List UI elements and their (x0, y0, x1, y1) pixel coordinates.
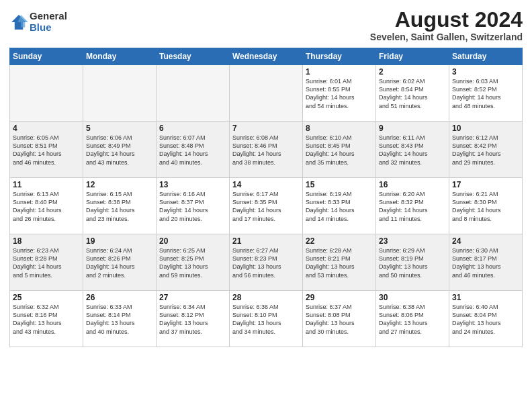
day-info: Sunrise: 6:37 AM Sunset: 8:08 PM Dayligh… (306, 303, 373, 336)
day-number: 12 (86, 180, 153, 189)
day-number: 30 (379, 293, 446, 302)
day-number: 26 (86, 293, 153, 302)
table-row: 15Sunrise: 6:19 AM Sunset: 8:33 PM Dayli… (303, 178, 376, 234)
day-number: 1 (306, 67, 373, 77)
table-row: 17Sunrise: 6:21 AM Sunset: 8:30 PM Dayli… (449, 178, 523, 234)
table-row: 16Sunrise: 6:20 AM Sunset: 8:32 PM Dayli… (376, 178, 449, 234)
day-number: 20 (159, 236, 226, 246)
day-number: 16 (379, 180, 446, 189)
table-row: 30Sunrise: 6:38 AM Sunset: 8:06 PM Dayli… (376, 291, 449, 347)
day-info: Sunrise: 6:11 AM Sunset: 8:43 PM Dayligh… (379, 134, 446, 167)
day-info: Sunrise: 6:12 AM Sunset: 8:42 PM Dayligh… (452, 134, 519, 167)
day-info: Sunrise: 6:01 AM Sunset: 8:55 PM Dayligh… (306, 77, 373, 110)
logo-icon (9, 13, 28, 32)
col-sunday: Sunday (10, 48, 83, 65)
day-info: Sunrise: 6:17 AM Sunset: 8:35 PM Dayligh… (232, 190, 300, 223)
day-number: 22 (306, 236, 373, 246)
table-row: 25Sunrise: 6:32 AM Sunset: 8:16 PM Dayli… (10, 291, 83, 347)
table-row: 1Sunrise: 6:01 AM Sunset: 8:55 PM Daylig… (303, 65, 376, 122)
day-number: 17 (452, 180, 519, 189)
col-wednesday: Wednesday (230, 48, 303, 65)
table-row: 22Sunrise: 6:28 AM Sunset: 8:21 PM Dayli… (303, 234, 376, 291)
day-number: 5 (86, 124, 153, 133)
day-number: 4 (13, 124, 80, 133)
calendar-week-row: 1Sunrise: 6:01 AM Sunset: 8:55 PM Daylig… (10, 65, 523, 122)
day-number: 13 (159, 180, 226, 189)
day-number: 14 (232, 180, 300, 189)
day-info: Sunrise: 6:02 AM Sunset: 8:54 PM Dayligh… (379, 77, 446, 110)
header: General Blue August 2024 Sevelen, Saint … (9, 8, 523, 42)
day-number: 8 (306, 124, 373, 133)
day-number: 23 (379, 236, 446, 246)
day-info: Sunrise: 6:38 AM Sunset: 8:06 PM Dayligh… (379, 303, 446, 336)
day-info: Sunrise: 6:25 AM Sunset: 8:25 PM Dayligh… (159, 246, 226, 279)
day-info: Sunrise: 6:19 AM Sunset: 8:33 PM Dayligh… (306, 190, 373, 223)
table-row: 4Sunrise: 6:05 AM Sunset: 8:51 PM Daylig… (10, 122, 83, 178)
title-block: August 2024 Sevelen, Saint Gallen, Switz… (370, 8, 523, 42)
table-row: 9Sunrise: 6:11 AM Sunset: 8:43 PM Daylig… (376, 122, 449, 178)
day-number: 15 (306, 180, 373, 189)
table-row: 12Sunrise: 6:15 AM Sunset: 8:38 PM Dayli… (83, 178, 157, 234)
table-row: 11Sunrise: 6:13 AM Sunset: 8:40 PM Dayli… (10, 178, 83, 234)
col-saturday: Saturday (449, 48, 523, 65)
day-info: Sunrise: 6:08 AM Sunset: 8:46 PM Dayligh… (232, 134, 300, 167)
day-info: Sunrise: 6:23 AM Sunset: 8:28 PM Dayligh… (13, 246, 80, 279)
day-number: 29 (306, 293, 373, 302)
day-number: 11 (13, 180, 80, 189)
table-row: 21Sunrise: 6:27 AM Sunset: 8:23 PM Dayli… (230, 234, 303, 291)
table-row: 27Sunrise: 6:34 AM Sunset: 8:12 PM Dayli… (157, 291, 230, 347)
day-number: 24 (452, 236, 519, 246)
logo-general-text: General (30, 11, 67, 22)
day-info: Sunrise: 6:07 AM Sunset: 8:48 PM Dayligh… (159, 134, 226, 167)
day-number: 27 (159, 293, 226, 302)
day-info: Sunrise: 6:32 AM Sunset: 8:16 PM Dayligh… (13, 303, 80, 336)
calendar-week-row: 4Sunrise: 6:05 AM Sunset: 8:51 PM Daylig… (10, 122, 523, 178)
calendar-week-row: 18Sunrise: 6:23 AM Sunset: 8:28 PM Dayli… (10, 234, 523, 291)
table-row: 8Sunrise: 6:10 AM Sunset: 8:45 PM Daylig… (303, 122, 376, 178)
table-row: 26Sunrise: 6:33 AM Sunset: 8:14 PM Dayli… (83, 291, 157, 347)
day-info: Sunrise: 6:10 AM Sunset: 8:45 PM Dayligh… (306, 134, 373, 167)
col-thursday: Thursday (303, 48, 376, 65)
table-row: 20Sunrise: 6:25 AM Sunset: 8:25 PM Dayli… (157, 234, 230, 291)
day-info: Sunrise: 6:27 AM Sunset: 8:23 PM Dayligh… (232, 246, 300, 279)
table-row: 5Sunrise: 6:06 AM Sunset: 8:49 PM Daylig… (83, 122, 157, 178)
table-row: 29Sunrise: 6:37 AM Sunset: 8:08 PM Dayli… (303, 291, 376, 347)
col-friday: Friday (376, 48, 449, 65)
day-info: Sunrise: 6:36 AM Sunset: 8:10 PM Dayligh… (232, 303, 300, 336)
calendar-table: Sunday Monday Tuesday Wednesday Thursday… (9, 48, 523, 347)
day-number: 28 (232, 293, 300, 302)
day-info: Sunrise: 6:05 AM Sunset: 8:51 PM Dayligh… (13, 134, 80, 167)
day-number: 6 (159, 124, 226, 133)
calendar-week-row: 25Sunrise: 6:32 AM Sunset: 8:16 PM Dayli… (10, 291, 523, 347)
day-info: Sunrise: 6:24 AM Sunset: 8:26 PM Dayligh… (86, 246, 153, 279)
day-number: 7 (232, 124, 300, 133)
table-row (83, 65, 157, 122)
day-info: Sunrise: 6:06 AM Sunset: 8:49 PM Dayligh… (86, 134, 153, 167)
table-row: 6Sunrise: 6:07 AM Sunset: 8:48 PM Daylig… (157, 122, 230, 178)
col-tuesday: Tuesday (157, 48, 230, 65)
table-row (10, 65, 83, 122)
day-number: 25 (13, 293, 80, 302)
day-number: 18 (13, 236, 80, 246)
day-info: Sunrise: 6:13 AM Sunset: 8:40 PM Dayligh… (13, 190, 80, 223)
table-row: 3Sunrise: 6:03 AM Sunset: 8:52 PM Daylig… (449, 65, 523, 122)
day-info: Sunrise: 6:40 AM Sunset: 8:04 PM Dayligh… (452, 303, 519, 336)
day-number: 31 (452, 293, 519, 302)
calendar-header-row: Sunday Monday Tuesday Wednesday Thursday… (10, 48, 523, 65)
table-row: 10Sunrise: 6:12 AM Sunset: 8:42 PM Dayli… (449, 122, 523, 178)
day-info: Sunrise: 6:16 AM Sunset: 8:37 PM Dayligh… (159, 190, 226, 223)
col-monday: Monday (83, 48, 157, 65)
day-number: 10 (452, 124, 519, 133)
day-number: 3 (452, 67, 519, 77)
day-number: 9 (379, 124, 446, 133)
day-info: Sunrise: 6:03 AM Sunset: 8:52 PM Dayligh… (452, 77, 519, 110)
month-title: August 2024 (370, 8, 523, 32)
day-number: 19 (86, 236, 153, 246)
day-info: Sunrise: 6:33 AM Sunset: 8:14 PM Dayligh… (86, 303, 153, 336)
table-row (230, 65, 303, 122)
logo-blue-text: Blue (30, 22, 67, 34)
day-info: Sunrise: 6:30 AM Sunset: 8:17 PM Dayligh… (452, 246, 519, 279)
table-row: 19Sunrise: 6:24 AM Sunset: 8:26 PM Dayli… (83, 234, 157, 291)
table-row: 13Sunrise: 6:16 AM Sunset: 8:37 PM Dayli… (157, 178, 230, 234)
table-row: 18Sunrise: 6:23 AM Sunset: 8:28 PM Dayli… (10, 234, 83, 291)
